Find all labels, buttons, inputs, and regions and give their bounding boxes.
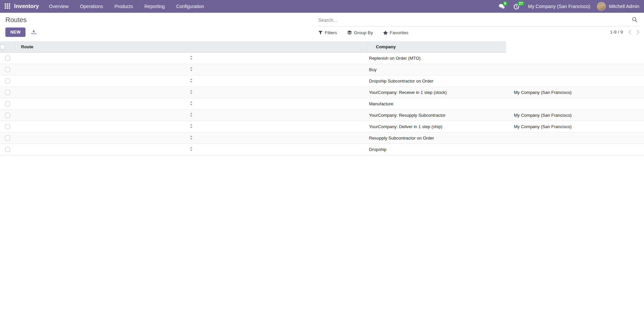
company-cell[interactable] xyxy=(506,98,644,109)
route-cell[interactable]: Manufacture xyxy=(368,98,506,109)
chevron-left-icon xyxy=(628,30,632,35)
activities-button[interactable]: 27 xyxy=(513,3,521,10)
row-select-cell xyxy=(0,132,15,144)
search-input[interactable] xyxy=(318,16,632,24)
drag-handle-icon[interactable] xyxy=(190,56,193,60)
route-cell[interactable]: YourCompany: Resupply Subcontractor xyxy=(368,109,506,121)
row-checkbox[interactable] xyxy=(5,113,10,118)
row-select-cell xyxy=(0,75,15,87)
user-avatar[interactable] xyxy=(597,2,606,11)
route-cell[interactable]: Resupply Subcontractor on Order xyxy=(368,132,506,144)
row-handle-cell xyxy=(15,132,368,144)
activities-count-badge: 27 xyxy=(518,1,524,6)
drag-handle-icon[interactable] xyxy=(190,67,193,71)
export-button[interactable] xyxy=(31,30,37,35)
row-checkbox[interactable] xyxy=(5,136,10,141)
menu-products[interactable]: Products xyxy=(114,1,133,12)
topbar-right: 6 27 My Company (San Francisco) Mitchell… xyxy=(499,2,639,11)
new-button[interactable]: NEW xyxy=(5,28,26,37)
drag-handle-icon[interactable] xyxy=(190,113,193,117)
company-cell[interactable] xyxy=(506,64,644,75)
drag-handle-icon[interactable] xyxy=(190,90,193,94)
chevron-right-icon xyxy=(636,30,640,35)
row-handle-cell xyxy=(15,75,368,87)
table-row[interactable]: Manufacture xyxy=(0,98,644,109)
company-cell[interactable]: My Company (San Francisco) xyxy=(506,121,644,132)
table-row[interactable]: Dropship Subcontractor on Order xyxy=(0,75,644,87)
row-select-cell xyxy=(0,121,15,132)
header-select-cell xyxy=(0,41,15,52)
control-panel-buttons: NEW xyxy=(5,28,37,37)
row-handle-cell xyxy=(15,52,368,64)
pager-arrows xyxy=(628,30,640,35)
menu-overview[interactable]: Overview xyxy=(49,1,68,12)
drag-handle-icon[interactable] xyxy=(190,78,193,83)
company-cell[interactable] xyxy=(506,132,644,144)
table-row[interactable]: Resupply Subcontractor on Order xyxy=(0,132,644,144)
drag-handle-icon[interactable] xyxy=(190,124,193,128)
messages-button[interactable]: 6 xyxy=(499,3,507,10)
route-cell[interactable]: Buy xyxy=(368,64,506,75)
row-checkbox[interactable] xyxy=(5,101,10,106)
drag-handle-icon[interactable] xyxy=(190,101,193,105)
company-cell[interactable] xyxy=(506,144,644,155)
routes-list: Route Company Replenish on Order (MTO) xyxy=(0,41,644,155)
row-handle-cell xyxy=(15,98,368,109)
select-all-checkbox[interactable] xyxy=(0,44,5,49)
company-cell[interactable]: My Company (San Francisco) xyxy=(506,87,644,98)
favorites-label: Favorites xyxy=(390,30,409,35)
app-name[interactable]: Inventory xyxy=(14,3,39,9)
messages-count-badge: 6 xyxy=(503,1,508,6)
filter-funnel-icon xyxy=(318,31,323,35)
company-cell[interactable] xyxy=(506,75,644,87)
row-select-cell xyxy=(0,64,15,75)
drag-handle-icon[interactable] xyxy=(190,147,193,151)
row-checkbox[interactable] xyxy=(5,78,10,84)
row-checkbox[interactable] xyxy=(5,56,10,61)
table-row[interactable]: YourCompany: Receive in 1 step (stock) M… xyxy=(0,87,644,98)
search-icon[interactable] xyxy=(632,17,638,24)
company-switcher[interactable]: My Company (San Francisco) xyxy=(528,4,590,9)
row-checkbox[interactable] xyxy=(5,147,10,152)
table-row[interactable]: Buy xyxy=(0,64,644,75)
row-handle-cell xyxy=(15,144,368,155)
route-column-header[interactable]: Route xyxy=(15,41,368,52)
filters-menu-button[interactable]: Filters xyxy=(318,30,337,35)
route-cell[interactable]: Dropship xyxy=(368,144,506,155)
menu-configuration[interactable]: Configuration xyxy=(176,1,204,12)
company-cell[interactable] xyxy=(506,52,644,64)
routes-table-body: Replenish on Order (MTO) Buy xyxy=(0,52,644,155)
menu-operations[interactable]: Operations xyxy=(80,1,103,12)
apps-menu-icon[interactable] xyxy=(5,3,11,9)
main-menu: Overview Operations Products Reporting C… xyxy=(49,1,204,12)
row-select-cell xyxy=(0,144,15,155)
row-handle-cell xyxy=(15,87,368,98)
company-cell[interactable]: My Company (San Francisco) xyxy=(506,109,644,121)
pager-previous-button[interactable] xyxy=(628,30,632,35)
table-row[interactable]: YourCompany: Resupply Subcontractor My C… xyxy=(0,109,644,121)
route-cell[interactable]: Replenish on Order (MTO) xyxy=(368,52,506,64)
drag-handle-icon[interactable] xyxy=(190,136,193,140)
row-checkbox[interactable] xyxy=(5,124,10,129)
table-row[interactable]: YourCompany: Deliver in 1 step (ship) My… xyxy=(0,121,644,132)
row-checkbox[interactable] xyxy=(5,67,10,72)
group-by-menu-button[interactable]: Group By xyxy=(347,30,373,35)
table-row[interactable]: Dropship xyxy=(0,144,644,155)
route-cell[interactable]: YourCompany: Deliver in 1 step (ship) xyxy=(368,121,506,132)
company-column-header[interactable]: Company xyxy=(368,41,506,52)
menu-reporting[interactable]: Reporting xyxy=(144,1,165,12)
row-select-cell xyxy=(0,87,15,98)
row-checkbox[interactable] xyxy=(5,90,10,95)
pager-range: 1-9 / 9 xyxy=(610,30,623,35)
favorites-menu-button[interactable]: Favorites xyxy=(383,30,409,35)
pager-next-button[interactable] xyxy=(636,30,640,35)
route-cell[interactable]: Dropship Subcontractor on Order xyxy=(368,75,506,87)
user-menu[interactable]: Mitchell Admin xyxy=(609,4,639,9)
route-cell[interactable]: YourCompany: Receive in 1 step (stock) xyxy=(368,87,506,98)
row-select-cell xyxy=(0,109,15,121)
download-icon xyxy=(31,30,37,35)
table-row[interactable]: Replenish on Order (MTO) xyxy=(0,52,644,64)
row-handle-cell xyxy=(15,121,368,132)
group-by-label: Group By xyxy=(354,30,373,35)
filters-label: Filters xyxy=(325,30,337,35)
